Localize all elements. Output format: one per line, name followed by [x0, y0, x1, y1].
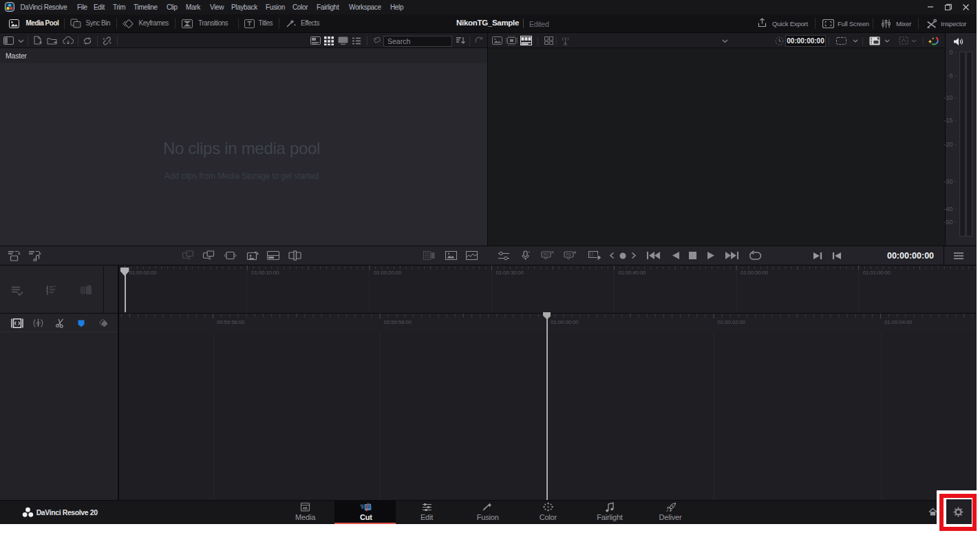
svg-text:POI: POI: [543, 253, 548, 257]
svg-text:POI: POI: [566, 253, 572, 257]
